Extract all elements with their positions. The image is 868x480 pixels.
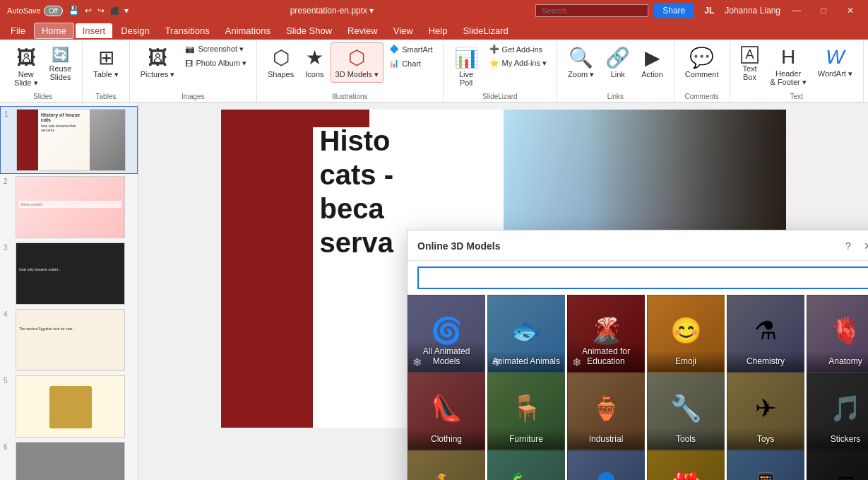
menu-item-slide show[interactable]: Slide Show [279,23,339,38]
filename-arrow[interactable]: ▾ [369,6,374,16]
menu-item-review[interactable]: Review [340,23,385,38]
sl-col-right: ➕ Get Add-ins ⭐ My Add-ins ▾ [485,42,551,70]
slide-thumb-6[interactable]: 6 [0,440,138,480]
toys-label: Toys [727,428,804,450]
screenshot-button[interactable]: 📷 Screenshot ▾ [181,42,250,56]
grid-item-animated-animals[interactable]: 🐟❄Animated Animals [487,295,565,373]
comment-icon: 💬 [689,46,714,69]
shapes-button[interactable]: ⬡ Shapes [263,42,299,82]
grid-item-dinosaurs[interactable]: 🦕Dinosaurs [487,450,565,480]
slides-group-label: Slides [33,91,52,100]
slide-num-5: 5 [4,377,12,385]
search-input[interactable] [535,4,648,17]
online-3d-models-dialog[interactable]: Online 3D Models ? ✕ 🌀❄All Animated Mode… [407,230,868,480]
menu-item-home[interactable]: Home [34,23,74,39]
dialog-close-button[interactable]: ✕ [860,238,868,254]
anatomy-icon: 🫀 [830,316,862,346]
menu-item-animations[interactable]: Animations [218,23,278,38]
3d-models-button[interactable]: ⬡ 3D Models ▾ [331,42,384,83]
slide-thumb-4[interactable]: 4 The ancient Egyptian love for cats... [0,307,138,373]
action-icon: ▶ [645,46,660,69]
user-avatar[interactable]: JL [699,1,719,21]
icons-button[interactable]: ★ Icons [300,42,328,82]
table-button[interactable]: ⊞ Table ▾ [88,42,123,83]
get-addins-button[interactable]: ➕ Get Add-ins [485,42,551,56]
comment-button[interactable]: 💬 Comment [680,42,724,82]
tools-icon: 🔧 [670,394,702,423]
text-box-button[interactable]: A TextBox [736,42,764,85]
menu-item-help[interactable]: Help [422,23,455,38]
slide-dark-bar [221,110,313,428]
dialog-search-input[interactable] [417,267,868,289]
zoom-button[interactable]: 🔍 Zoom ▾ [563,42,599,83]
grid-item-clothing[interactable]: 👠Clothing [408,373,485,450]
shapes-label: Shapes [268,70,294,78]
smartart-button[interactable]: 🔷 SmartArt [385,42,436,56]
clothing-label: Clothing [408,428,484,450]
menu-item-design[interactable]: Design [114,23,156,38]
menu-item-transitions[interactable]: Transitions [158,23,217,38]
new-slide-button[interactable]: 🖼 NewSlide ▾ [9,42,43,91]
header-footer-icon: H [781,46,795,69]
reuse-slides-button[interactable]: 🔄 ReuseSlides [44,42,77,85]
grid-item-stickers[interactable]: 🎵Stickers [807,373,868,450]
grid-item-microsoft[interactable]: 🖥Microsoft Products [807,450,868,480]
slide-num-4: 4 [4,310,12,318]
menu-item-file[interactable]: File [4,23,32,38]
extra-icon[interactable]: ⬛ [110,7,119,15]
menu-item-insert[interactable]: Insert [76,23,113,38]
grid-item-animated-education[interactable]: 🌋❄Animated for Education [567,295,645,373]
wordart-button[interactable]: W WordArt ▾ [813,42,857,82]
save-icon[interactable]: 💾 [69,6,79,16]
pictures-button[interactable]: 🖼 Pictures ▾ [136,42,180,83]
share-button[interactable]: Share [654,3,694,18]
link-button[interactable]: 🔗 Link [600,42,635,82]
smartart-icon: 🔷 [389,45,399,54]
ribbon-group-slidelizard: 📊 LivePoll ➕ Get Add-ins ⭐ My Add-ins ▾ … [444,41,557,102]
comments-buttons: 💬 Comment [680,42,724,91]
slide-preview-2: Some content [16,176,125,238]
photo-album-button[interactable]: 🎞 Photo Album ▾ [181,57,250,70]
new-slide-icon: 🖼 [16,46,36,69]
grid-item-emoji[interactable]: 😊Emoji [647,295,725,373]
grid-item-toys[interactable]: ✈Toys [727,373,804,450]
dialog-help-button[interactable]: ? [840,238,857,254]
slidelizard-group-label: SlideLizard [482,91,517,100]
slide-preview-1: History of house cats how cats became th… [16,109,126,171]
minimize-button[interactable]: — [786,0,807,21]
slide-panel[interactable]: 1 History of house cats how cats became … [0,103,138,480]
grid-item-electronics[interactable]: 📱Electronics and Gadgets [727,450,804,480]
grid-item-all-animated[interactable]: 🌀❄All Animated Models [408,295,485,373]
grid-item-celebrations[interactable]: 🎁Celebrations [647,450,725,480]
grid-item-tools[interactable]: 🔧Tools [647,373,725,450]
my-addins-button[interactable]: ⭐ My Add-ins ▾ [485,57,551,70]
menu-item-view[interactable]: View [386,23,420,38]
slide-thumb-5[interactable]: 5 [0,373,138,440]
grid-item-chemistry[interactable]: ⚗Chemistry [727,295,804,373]
close-button[interactable]: ✕ [840,0,861,21]
industrial-icon: 🏺 [590,394,622,423]
live-poll-button[interactable]: 📊 LivePoll [449,42,484,90]
action-button[interactable]: ▶ Action [636,42,668,82]
grid-item-anatomy[interactable]: 🫀Anatomy [807,295,868,373]
slide-thumb-1[interactable]: 1 History of house cats how cats became … [0,106,138,174]
maximize-button[interactable]: □ [813,0,834,21]
ribbon-group-slides: 🖼 NewSlide ▾ 🔄 ReuseSlides Slides [4,41,83,102]
anatomy-label: Anatomy [807,351,868,372]
grid-item-industrial[interactable]: 🏺Industrial [567,373,645,450]
slide-thumb-2[interactable]: 2 Some content [0,174,138,240]
autosave-toggle[interactable]: Off [44,6,63,16]
grid-item-avatars[interactable]: 👤Avatars [567,450,645,480]
redo-icon[interactable]: ↪ [97,6,105,16]
slide-thumb-3[interactable]: 3 Cats only became useful... [0,240,138,307]
menu-item-slidelizard[interactable]: SlideLizard [456,23,515,38]
undo-icon[interactable]: ↩ [85,6,92,16]
header-footer-button[interactable]: H Header& Footer ▾ [766,42,811,90]
grid-item-animals[interactable]: 🦒Animals [408,450,485,480]
comment-label: Comment [685,70,719,78]
chart-button[interactable]: 📊 Chart [385,57,436,70]
slides-buttons: 🖼 NewSlide ▾ 🔄 ReuseSlides [9,42,76,91]
grid-item-furniture[interactable]: 🪑Furniture [487,373,565,450]
wordart-icon: W [826,46,844,69]
3d-models-label: 3D Models ▾ [335,70,379,79]
